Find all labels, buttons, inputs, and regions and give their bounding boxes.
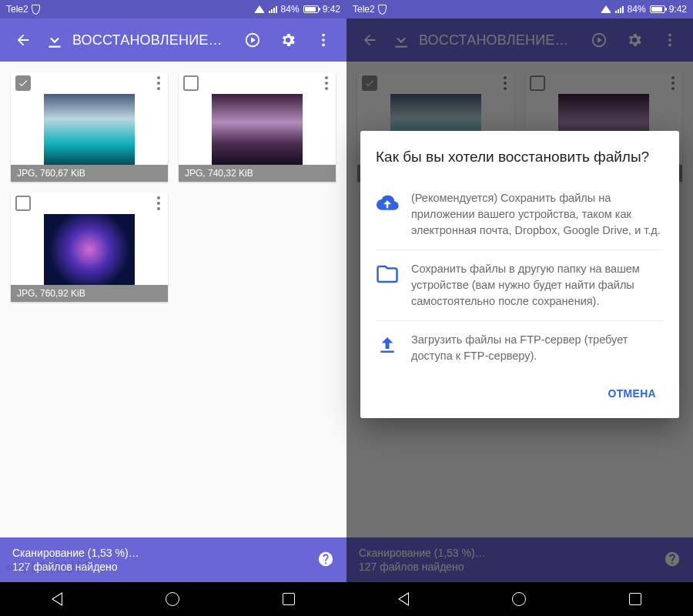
play-button[interactable] [239, 26, 266, 54]
option-cloud[interactable]: (Рекомендуется) Сохранить файлы на прило… [376, 179, 664, 249]
nav-back[interactable] [398, 592, 409, 606]
checkbox[interactable] [15, 75, 31, 91]
file-info: JPG, 740,32 KiB [179, 165, 336, 182]
shield-icon [32, 5, 40, 15]
thumbnail [212, 94, 303, 165]
card-menu-icon[interactable] [154, 73, 163, 93]
card-menu-icon[interactable] [154, 193, 163, 213]
carrier-label: Tele2 [353, 4, 375, 15]
help-button[interactable] [317, 551, 334, 570]
photo-card[interactable]: JPG, 760,92 KiB [11, 192, 168, 302]
clock: 9:42 [669, 4, 687, 15]
svg-point-0 [322, 34, 325, 37]
svg-point-1 [322, 38, 325, 42]
photo-card[interactable]: JPG, 740,32 KiB [179, 72, 336, 182]
file-info: JPG, 760,67 KiB [11, 165, 168, 182]
app-title: ВОССТАНОВЛЕНИЕ… [72, 32, 231, 49]
battery-icon [303, 5, 319, 13]
shield-icon [378, 5, 387, 15]
back-button[interactable] [9, 26, 37, 54]
wifi-icon [601, 5, 611, 13]
status-bar: Tele2 84% 9:42 [0, 0, 346, 18]
option-text: (Рекомендуется) Сохранить файлы на прило… [411, 190, 664, 239]
upload-icon [376, 333, 399, 357]
cloud-upload-icon [376, 192, 399, 215]
watermark: ∞VIARUM [6, 557, 90, 578]
nav-home[interactable] [512, 592, 526, 606]
settings-button[interactable] [274, 26, 302, 54]
signal-icon [269, 6, 277, 13]
nav-home[interactable] [166, 592, 179, 606]
signal-icon [615, 6, 624, 13]
wifi-icon [254, 5, 265, 13]
android-nav-bar [346, 582, 693, 616]
nav-recents[interactable] [283, 593, 295, 605]
svg-point-2 [322, 44, 325, 47]
clock: 9:42 [323, 4, 340, 15]
thumbnail [44, 214, 135, 285]
android-nav-bar [0, 582, 346, 616]
overflow-button[interactable] [310, 26, 337, 54]
photo-grid: JPG, 760,67 KiB JPG, 740,32 KiB JPG, 760… [0, 62, 346, 537]
file-info: JPG, 760,92 KiB [11, 285, 168, 302]
restore-dialog: Как бы вы хотели восстановить файлы? (Ре… [360, 131, 679, 418]
battery-percent: 84% [628, 4, 646, 15]
status-bar: Tele2 84% 9:42 [346, 0, 693, 18]
battery-percent: 84% [281, 4, 300, 15]
option-ftp[interactable]: Загрузить файлы на FTP-сервер (требует д… [376, 320, 664, 375]
option-folder[interactable]: Сохранить файлы в другую папку на вашем … [376, 249, 664, 320]
nav-recents[interactable] [629, 593, 641, 605]
app-logo-icon [45, 30, 65, 50]
option-text: Загрузить файлы на FTP-сервер (требует д… [411, 332, 664, 364]
thumbnail [44, 94, 135, 165]
card-menu-icon[interactable] [322, 73, 331, 93]
checkbox[interactable] [15, 196, 31, 211]
folder-icon [376, 263, 399, 286]
battery-icon [650, 5, 665, 13]
carrier-label: Tele2 [6, 4, 28, 15]
dialog-title: Как бы вы хотели восстановить файлы? [376, 148, 664, 167]
nav-back[interactable] [52, 592, 62, 606]
photo-card[interactable]: JPG, 760,67 KiB [11, 72, 168, 182]
app-bar: ВОССТАНОВЛЕНИЕ… [0, 18, 346, 62]
cancel-button[interactable]: ОТМЕНА [601, 381, 664, 406]
option-text: Сохранить файлы в другую папку на вашем … [411, 261, 664, 310]
checkbox[interactable] [183, 75, 199, 91]
